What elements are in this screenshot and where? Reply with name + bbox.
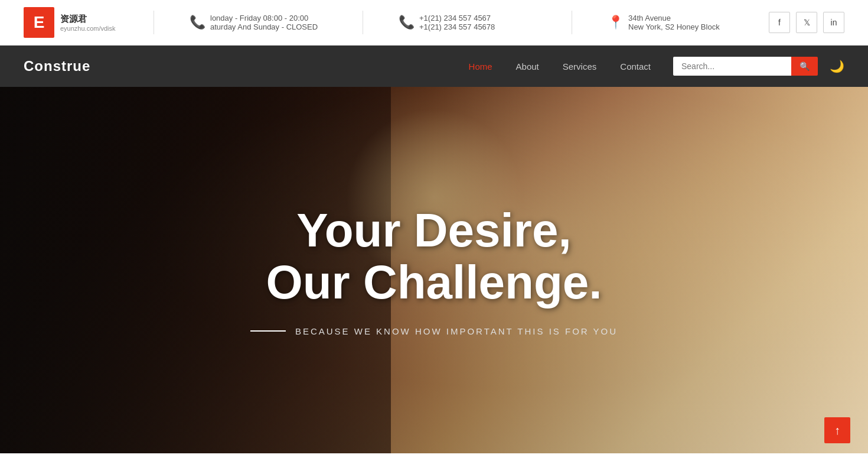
divider-1 [154, 11, 154, 34]
address-text: 34th Avenue New York, S2 Honey Block [628, 14, 720, 31]
social-icons: f 𝕏 in [769, 12, 844, 33]
logo-box: E [24, 7, 54, 38]
navbar: Construe Home About Services Contact 🔍 🌙 [0, 46, 868, 87]
twitter-icon[interactable]: 𝕏 [796, 12, 817, 33]
address-line1: 34th Avenue [628, 14, 720, 22]
hero-content: Your Desire, Our Challenge. Because We K… [250, 204, 618, 336]
hero-title: Your Desire, Our Challenge. [250, 204, 618, 309]
search-input[interactable] [673, 57, 791, 76]
hero-section: Your Desire, Our Challenge. Because We K… [0, 87, 868, 453]
location-icon: 📍 [608, 15, 624, 30]
logo-text-area: 资源君 eyunzhu.com/vdisk [60, 14, 116, 32]
instagram-icon[interactable]: in [823, 12, 844, 33]
hours-line1: londay - Friday 08:00 - 20:00 [210, 14, 318, 22]
hero-line-left [250, 330, 286, 332]
divider-3 [572, 11, 572, 34]
nav-brand: Construe [24, 58, 90, 74]
divider-2 [363, 11, 363, 34]
nav-link-home[interactable]: Home [458, 57, 503, 76]
nav-link-contact[interactable]: Contact [609, 57, 661, 76]
search-button[interactable]: 🔍 [791, 57, 818, 76]
hours-line2: aturday And Sunday - CLOSED [210, 22, 318, 31]
phone-icon: 📞 [190, 15, 205, 30]
hero-subtitle: Because We Know How Important This Is Fo… [295, 326, 618, 336]
phone-info: 📞 +1(21) 234 557 4567 +1(21) 234 557 456… [399, 14, 536, 31]
phone-line1: +1(21) 234 557 4567 [419, 14, 495, 22]
phone-text: +1(21) 234 557 4567 +1(21) 234 557 45678 [419, 14, 495, 31]
hours-info: 📞 londay - Friday 08:00 - 20:00 aturday … [190, 14, 327, 31]
hero-subtitle-area: Because We Know How Important This Is Fo… [250, 326, 618, 336]
facebook-icon[interactable]: f [769, 12, 790, 33]
logo-url: eyunzhu.com/vdisk [60, 25, 116, 32]
dark-mode-button[interactable]: 🌙 [830, 59, 844, 73]
nav-links: Home About Services Contact [458, 57, 661, 76]
address-info: 📍 34th Avenue New York, S2 Honey Block [608, 14, 745, 31]
nav-link-about[interactable]: About [505, 57, 550, 76]
logo-letter: E [34, 13, 45, 32]
phone-icon-2: 📞 [399, 15, 415, 30]
hero-title-line1: Your Desire, [250, 204, 618, 257]
logo-chinese: 资源君 [60, 14, 116, 25]
scroll-top-button[interactable]: ↑ [824, 417, 850, 443]
hours-text: londay - Friday 08:00 - 20:00 aturday An… [210, 14, 318, 31]
search-area: 🔍 [673, 57, 818, 76]
phone-line2: +1(21) 234 557 45678 [419, 22, 495, 31]
address-line2: New York, S2 Honey Block [628, 22, 720, 31]
hero-title-line2: Our Challenge. [250, 257, 618, 309]
logo-area: E 资源君 eyunzhu.com/vdisk [24, 7, 118, 38]
top-bar: E 资源君 eyunzhu.com/vdisk 📞 londay - Frida… [0, 0, 868, 46]
nav-link-services[interactable]: Services [552, 57, 608, 76]
